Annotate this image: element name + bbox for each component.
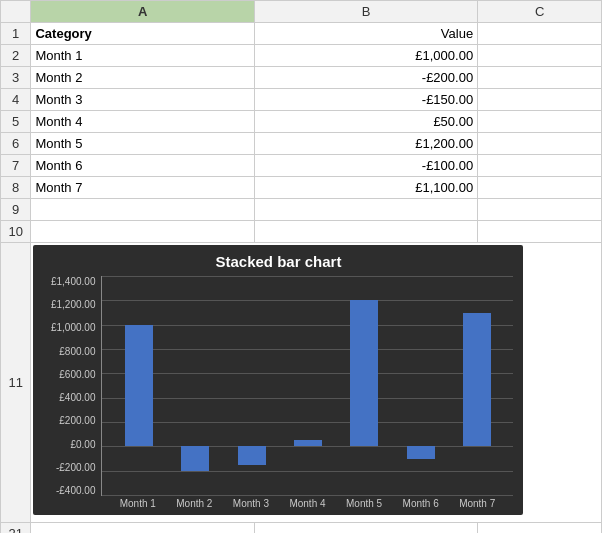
x-axis-label: Month 6 xyxy=(392,498,449,509)
row-num-5: 5 xyxy=(1,111,31,133)
empty-row-9: 9 xyxy=(1,199,602,221)
cell-a-2[interactable]: Month 1 xyxy=(31,45,254,67)
data-row-7: 7Month 6-£100.00 xyxy=(1,155,602,177)
bar-group xyxy=(449,276,505,495)
y-axis-label: -£200.00 xyxy=(43,462,95,473)
y-axis-label: £600.00 xyxy=(43,369,95,380)
bar xyxy=(181,446,209,470)
row-num-3: 3 xyxy=(1,67,31,89)
cell-a-4[interactable]: Month 3 xyxy=(31,89,254,111)
cell-c-7[interactable] xyxy=(478,155,602,177)
col-b-header[interactable]: B xyxy=(254,1,477,23)
cell-c-3[interactable] xyxy=(478,67,602,89)
x-axis-label: Month 4 xyxy=(279,498,336,509)
data-row-2: 2Month 1£1,000.00 xyxy=(1,45,602,67)
cell-b-3[interactable]: -£200.00 xyxy=(254,67,477,89)
bar xyxy=(125,325,153,447)
data-row-8: 8Month 7£1,100.00 xyxy=(1,177,602,199)
empty-row-10: 10 xyxy=(1,221,602,243)
row-num-8: 8 xyxy=(1,177,31,199)
y-axis-label: £1,400.00 xyxy=(43,276,95,287)
cell-b-1[interactable]: Value xyxy=(254,23,477,45)
cell-c-2[interactable] xyxy=(478,45,602,67)
cell-b-8[interactable]: £1,100.00 xyxy=(254,177,477,199)
column-header-row: A B C xyxy=(1,1,602,23)
cell-a-8[interactable]: Month 7 xyxy=(31,177,254,199)
y-axis-label: £1,000.00 xyxy=(43,322,95,333)
cell-b-2[interactable]: £1,000.00 xyxy=(254,45,477,67)
data-row-6: 6Month 5£1,200.00 xyxy=(1,133,602,155)
bar xyxy=(407,446,435,458)
data-row-1: 1CategoryValue xyxy=(1,23,602,45)
x-axis-label: Month 1 xyxy=(109,498,166,509)
bar-group xyxy=(223,276,279,495)
cell-b-4[interactable]: -£150.00 xyxy=(254,89,477,111)
cell-b-5[interactable]: £50.00 xyxy=(254,111,477,133)
chart-title: Stacked bar chart xyxy=(43,253,513,270)
data-row-4: 4Month 3-£150.00 xyxy=(1,89,602,111)
bar xyxy=(350,300,378,446)
cell-c-1[interactable] xyxy=(478,23,602,45)
bar-group xyxy=(110,276,166,495)
cell-a-3[interactable]: Month 2 xyxy=(31,67,254,89)
row-num-7: 7 xyxy=(1,155,31,177)
cell-a-7[interactable]: Month 6 xyxy=(31,155,254,177)
cell-a-1[interactable]: Category xyxy=(31,23,254,45)
bar-group xyxy=(393,276,449,495)
bar xyxy=(238,446,266,464)
cell-c-4[interactable] xyxy=(478,89,602,111)
chart-plot xyxy=(101,276,513,496)
chart-row: 11Stacked bar chart£1,400.00£1,200.00£1,… xyxy=(1,243,602,523)
x-axis-label: Month 2 xyxy=(166,498,223,509)
col-a-header[interactable]: A xyxy=(31,1,254,23)
row-num-6: 6 xyxy=(1,133,31,155)
corner-cell xyxy=(1,1,31,23)
cell-c-8[interactable] xyxy=(478,177,602,199)
col-c-header[interactable]: C xyxy=(478,1,602,23)
chart: Stacked bar chart£1,400.00£1,200.00£1,00… xyxy=(33,245,523,515)
chart-cell: Stacked bar chart£1,400.00£1,200.00£1,00… xyxy=(31,243,602,523)
cell-a-5[interactable]: Month 4 xyxy=(31,111,254,133)
x-axis-label: Month 5 xyxy=(336,498,393,509)
bar xyxy=(294,440,322,446)
cell-c-5[interactable] xyxy=(478,111,602,133)
y-axis: £1,400.00£1,200.00£1,000.00£800.00£600.0… xyxy=(43,276,101,496)
y-axis-label: £1,200.00 xyxy=(43,299,95,310)
x-axis-label: Month 3 xyxy=(223,498,280,509)
row-num-4: 4 xyxy=(1,89,31,111)
data-row-3: 3Month 2-£200.00 xyxy=(1,67,602,89)
cell-b-6[interactable]: £1,200.00 xyxy=(254,133,477,155)
y-axis-label: -£400.00 xyxy=(43,485,95,496)
bar xyxy=(463,313,491,447)
empty-row-21: 21 xyxy=(1,523,602,534)
cell-c-6[interactable] xyxy=(478,133,602,155)
y-axis-label: £400.00 xyxy=(43,392,95,403)
bar-group xyxy=(336,276,392,495)
row-num-1: 1 xyxy=(1,23,31,45)
y-axis-label: £0.00 xyxy=(43,439,95,450)
bar-group xyxy=(167,276,223,495)
data-row-5: 5Month 4£50.00 xyxy=(1,111,602,133)
bar-group xyxy=(280,276,336,495)
spreadsheet: A B C 1CategoryValue2Month 1£1,000.003Mo… xyxy=(0,0,602,533)
x-axis-label: Month 7 xyxy=(449,498,506,509)
cell-a-6[interactable]: Month 5 xyxy=(31,133,254,155)
y-axis-label: £200.00 xyxy=(43,415,95,426)
y-axis-label: £800.00 xyxy=(43,346,95,357)
row-num-2: 2 xyxy=(1,45,31,67)
cell-b-7[interactable]: -£100.00 xyxy=(254,155,477,177)
